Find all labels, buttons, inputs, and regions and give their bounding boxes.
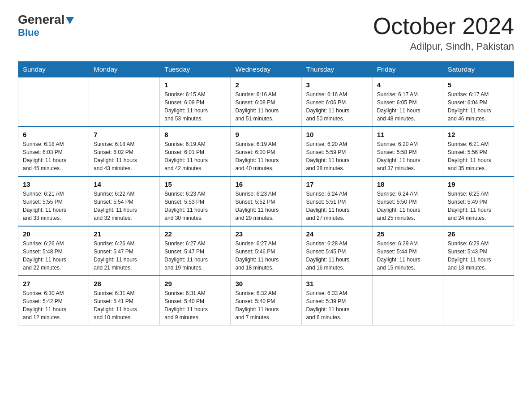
day-number: 22 [164,230,226,238]
header-cell-friday: Friday [372,62,443,77]
calendar-week-1: 1Sunrise: 6:15 AM Sunset: 6:09 PM Daylig… [18,77,514,127]
day-number: 30 [235,280,296,287]
title-block: October 2024 Adilpur, Sindh, Pakistan [373,13,514,52]
day-number: 12 [448,131,509,138]
day-info: Sunrise: 6:27 AM Sunset: 5:47 PM Dayligh… [164,240,226,272]
day-info: Sunrise: 6:31 AM Sunset: 5:41 PM Dayligh… [94,289,155,321]
calendar-week-2: 6Sunrise: 6:18 AM Sunset: 6:03 PM Daylig… [18,127,514,176]
day-info: Sunrise: 6:31 AM Sunset: 5:40 PM Dayligh… [164,289,226,321]
calendar-cell: 6Sunrise: 6:18 AM Sunset: 6:03 PM Daylig… [18,127,89,176]
day-info: Sunrise: 6:18 AM Sunset: 6:03 PM Dayligh… [23,140,84,172]
logo-general: General [18,13,64,26]
calendar-cell: 10Sunrise: 6:20 AM Sunset: 5:59 PM Dayli… [301,127,372,176]
day-info: Sunrise: 6:28 AM Sunset: 5:45 PM Dayligh… [306,240,368,272]
header-row: SundayMondayTuesdayWednesdayThursdayFrid… [18,62,514,77]
day-number: 9 [235,131,296,138]
day-number: 31 [306,280,368,287]
day-info: Sunrise: 6:15 AM Sunset: 6:09 PM Dayligh… [164,90,226,123]
day-number: 3 [306,81,368,89]
calendar-cell: 7Sunrise: 6:18 AM Sunset: 6:02 PM Daylig… [89,127,160,176]
day-number: 11 [377,131,438,138]
calendar-cell: 26Sunrise: 6:29 AM Sunset: 5:43 PM Dayli… [443,226,514,276]
calendar-cell: 3Sunrise: 6:16 AM Sunset: 6:06 PM Daylig… [301,77,372,127]
calendar-cell: 17Sunrise: 6:24 AM Sunset: 5:51 PM Dayli… [301,176,372,226]
day-number: 19 [448,180,509,188]
logo: General Blue [18,13,74,39]
day-info: Sunrise: 6:32 AM Sunset: 5:40 PM Dayligh… [235,289,296,321]
day-info: Sunrise: 6:21 AM Sunset: 5:55 PM Dayligh… [23,190,84,222]
day-info: Sunrise: 6:29 AM Sunset: 5:43 PM Dayligh… [448,240,509,272]
calendar-week-3: 13Sunrise: 6:21 AM Sunset: 5:55 PM Dayli… [18,176,514,226]
calendar-cell: 12Sunrise: 6:21 AM Sunset: 5:56 PM Dayli… [443,127,514,176]
day-info: Sunrise: 6:25 AM Sunset: 5:49 PM Dayligh… [448,190,509,222]
day-info: Sunrise: 6:17 AM Sunset: 6:04 PM Dayligh… [448,90,509,123]
day-info: Sunrise: 6:19 AM Sunset: 6:00 PM Dayligh… [235,140,296,172]
calendar-cell: 30Sunrise: 6:32 AM Sunset: 5:40 PM Dayli… [231,276,301,325]
day-number: 23 [235,230,296,238]
calendar-table: SundayMondayTuesdayWednesdayThursdayFrid… [18,61,514,325]
calendar-cell: 23Sunrise: 6:27 AM Sunset: 5:46 PM Dayli… [231,226,301,276]
calendar-cell [443,276,514,325]
header-cell-wednesday: Wednesday [231,62,301,77]
day-info: Sunrise: 6:21 AM Sunset: 5:56 PM Dayligh… [448,140,509,172]
day-info: Sunrise: 6:16 AM Sunset: 6:06 PM Dayligh… [306,90,368,123]
header-cell-thursday: Thursday [301,62,372,77]
calendar-header: SundayMondayTuesdayWednesdayThursdayFrid… [18,62,514,77]
calendar-cell: 25Sunrise: 6:29 AM Sunset: 5:44 PM Dayli… [372,226,443,276]
calendar-cell: 14Sunrise: 6:22 AM Sunset: 5:54 PM Dayli… [89,176,160,226]
day-number: 17 [306,180,368,188]
calendar-cell: 2Sunrise: 6:16 AM Sunset: 6:08 PM Daylig… [231,77,301,127]
day-info: Sunrise: 6:23 AM Sunset: 5:52 PM Dayligh… [235,190,296,222]
day-number: 25 [377,230,438,238]
header-cell-sunday: Sunday [18,62,89,77]
day-number: 27 [23,280,84,287]
day-info: Sunrise: 6:24 AM Sunset: 5:50 PM Dayligh… [377,190,438,222]
day-number: 16 [235,180,296,188]
header-cell-tuesday: Tuesday [160,62,231,77]
day-number: 7 [94,131,155,138]
day-info: Sunrise: 6:26 AM Sunset: 5:48 PM Dayligh… [23,240,84,272]
header-cell-saturday: Saturday [443,62,514,77]
calendar-cell: 28Sunrise: 6:31 AM Sunset: 5:41 PM Dayli… [89,276,160,325]
calendar-cell: 29Sunrise: 6:31 AM Sunset: 5:40 PM Dayli… [160,276,231,325]
calendar-cell: 1Sunrise: 6:15 AM Sunset: 6:09 PM Daylig… [160,77,231,127]
day-info: Sunrise: 6:24 AM Sunset: 5:51 PM Dayligh… [306,190,368,222]
calendar-cell: 8Sunrise: 6:19 AM Sunset: 6:01 PM Daylig… [160,127,231,176]
day-info: Sunrise: 6:30 AM Sunset: 5:42 PM Dayligh… [23,289,84,321]
calendar-cell: 31Sunrise: 6:33 AM Sunset: 5:39 PM Dayli… [301,276,372,325]
day-info: Sunrise: 6:33 AM Sunset: 5:39 PM Dayligh… [306,289,368,321]
day-number: 20 [23,230,84,238]
page-header: General Blue October 2024 Adilpur, Sindh… [18,13,514,52]
day-number: 26 [448,230,509,238]
day-number: 21 [94,230,155,238]
logo-blue-text: Blue [18,27,39,39]
day-info: Sunrise: 6:17 AM Sunset: 6:05 PM Dayligh… [377,90,438,123]
day-info: Sunrise: 6:23 AM Sunset: 5:53 PM Dayligh… [164,190,226,222]
day-number: 10 [306,131,368,138]
calendar-cell: 15Sunrise: 6:23 AM Sunset: 5:53 PM Dayli… [160,176,231,226]
calendar-cell: 19Sunrise: 6:25 AM Sunset: 5:49 PM Dayli… [443,176,514,226]
calendar-cell: 16Sunrise: 6:23 AM Sunset: 5:52 PM Dayli… [231,176,301,226]
calendar-week-4: 20Sunrise: 6:26 AM Sunset: 5:48 PM Dayli… [18,226,514,276]
calendar-cell [18,77,89,127]
day-number: 15 [164,180,226,188]
calendar-cell: 4Sunrise: 6:17 AM Sunset: 6:05 PM Daylig… [372,77,443,127]
calendar-cell: 5Sunrise: 6:17 AM Sunset: 6:04 PM Daylig… [443,77,514,127]
day-number: 28 [94,280,155,287]
calendar-cell: 20Sunrise: 6:26 AM Sunset: 5:48 PM Dayli… [18,226,89,276]
day-number: 2 [235,81,296,89]
day-number: 1 [164,81,226,89]
header-cell-monday: Monday [89,62,160,77]
calendar-body: 1Sunrise: 6:15 AM Sunset: 6:09 PM Daylig… [18,77,514,325]
day-info: Sunrise: 6:20 AM Sunset: 5:58 PM Dayligh… [377,140,438,172]
day-info: Sunrise: 6:22 AM Sunset: 5:54 PM Dayligh… [94,190,155,222]
calendar-cell: 9Sunrise: 6:19 AM Sunset: 6:00 PM Daylig… [231,127,301,176]
calendar-cell: 18Sunrise: 6:24 AM Sunset: 5:50 PM Dayli… [372,176,443,226]
day-number: 5 [448,81,509,89]
day-number: 13 [23,180,84,188]
calendar-cell: 11Sunrise: 6:20 AM Sunset: 5:58 PM Dayli… [372,127,443,176]
day-info: Sunrise: 6:29 AM Sunset: 5:44 PM Dayligh… [377,240,438,272]
calendar-cell: 24Sunrise: 6:28 AM Sunset: 5:45 PM Dayli… [301,226,372,276]
day-number: 4 [377,81,438,89]
day-info: Sunrise: 6:27 AM Sunset: 5:46 PM Dayligh… [235,240,296,272]
